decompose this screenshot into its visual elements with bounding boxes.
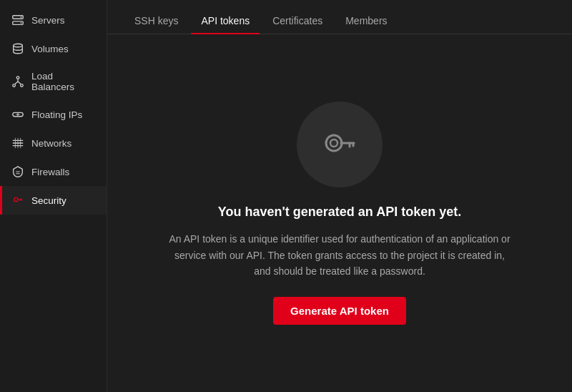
svg-point-2 xyxy=(21,16,22,18)
svg-point-3 xyxy=(21,22,22,24)
tab-api-tokens[interactable]: API tokens xyxy=(191,8,260,34)
sidebar-item-label-load-balancers: Load Balancers xyxy=(31,71,95,92)
svg-point-9 xyxy=(14,197,18,201)
tab-certificates[interactable]: Certificates xyxy=(262,8,332,34)
content-area: You haven't generated an API token yet. … xyxy=(107,34,572,392)
svg-point-7 xyxy=(21,84,24,87)
security-icon xyxy=(11,194,24,207)
networks-icon xyxy=(11,137,24,150)
sidebar-item-label-networks: Networks xyxy=(31,138,72,149)
svg-point-6 xyxy=(13,84,16,87)
tab-bar: SSH keys API tokens Certificates Members xyxy=(107,0,572,34)
tab-members[interactable]: Members xyxy=(335,8,397,34)
sidebar-item-networks[interactable]: Networks xyxy=(0,129,107,157)
load-balancer-icon xyxy=(11,75,24,88)
sidebar: Servers Volumes Load Balancers xyxy=(0,0,107,392)
sidebar-item-label-floating-ips: Floating IPs xyxy=(31,109,82,120)
sidebar-item-label-firewalls: Firewalls xyxy=(31,167,69,177)
sidebar-item-load-balancers[interactable]: Load Balancers xyxy=(0,63,107,100)
key-illustration xyxy=(297,102,383,187)
generate-api-token-button[interactable]: Generate API token xyxy=(273,297,406,325)
sidebar-item-volumes[interactable]: Volumes xyxy=(0,34,107,63)
empty-description: An API token is a unique identifier used… xyxy=(168,231,511,279)
sidebar-item-security[interactable]: Security xyxy=(0,186,107,215)
svg-point-5 xyxy=(16,77,19,79)
empty-state: You haven't generated an API token yet. … xyxy=(168,102,511,324)
volumes-icon xyxy=(11,42,24,55)
sidebar-item-firewalls[interactable]: Firewalls xyxy=(0,157,107,186)
key-icon xyxy=(318,123,361,166)
server-icon xyxy=(11,14,24,26)
sidebar-item-label-servers: Servers xyxy=(31,15,65,26)
tab-ssh-keys[interactable]: SSH keys xyxy=(124,8,188,34)
svg-point-10 xyxy=(326,135,342,151)
sidebar-item-label-security: Security xyxy=(31,195,66,206)
firewalls-icon xyxy=(11,165,24,178)
svg-point-4 xyxy=(14,44,23,47)
floating-ip-icon xyxy=(11,108,24,121)
sidebar-item-floating-ips[interactable]: Floating IPs xyxy=(0,100,107,129)
main-content: SSH keys API tokens Certificates Members xyxy=(107,0,572,392)
sidebar-item-label-volumes: Volumes xyxy=(31,44,69,54)
empty-title: You haven't generated an API token yet. xyxy=(218,205,461,220)
sidebar-item-servers[interactable]: Servers xyxy=(0,6,107,34)
svg-point-11 xyxy=(330,139,337,147)
